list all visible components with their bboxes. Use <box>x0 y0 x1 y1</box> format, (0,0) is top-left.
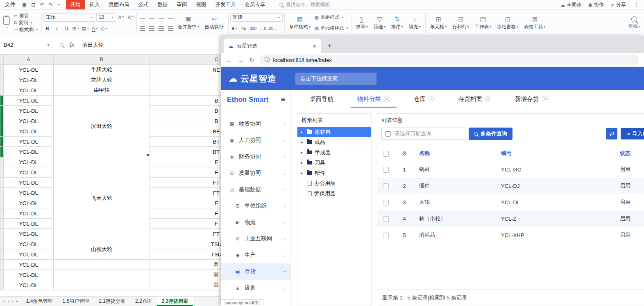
app-tab-1[interactable]: 物料分类× <box>357 90 390 108</box>
justify-button[interactable] <box>167 24 175 32</box>
row-header[interactable] <box>0 249 4 260</box>
align-center-button[interactable] <box>148 24 156 32</box>
row-header[interactable] <box>0 198 4 208</box>
menubar-tab-4[interactable]: 数据 <box>153 0 172 9</box>
expand-arrow-icon[interactable]: ▸ <box>301 160 304 165</box>
sync-status[interactable]: ☁未同步 <box>560 1 581 8</box>
sidebar-item-10[interactable]: ▲设备› <box>221 280 290 296</box>
multi-condition-query-button[interactable]: 多条件查询 <box>469 128 512 140</box>
row-header[interactable] <box>0 96 4 106</box>
comma-style-button[interactable]: 000 <box>249 25 257 33</box>
cell-B18-merged[interactable]: 山拖大轮 <box>54 239 150 260</box>
select-all-checkbox[interactable] <box>383 151 389 157</box>
menubar-tab-8[interactable]: 会员专享 <box>240 0 270 9</box>
row-checkbox[interactable] <box>383 167 389 173</box>
paste-icon[interactable] <box>3 16 10 25</box>
expand-arrow-icon[interactable]: ▸ <box>301 140 304 144</box>
worksheet-button[interactable]: ▤ 工作表▾ <box>472 11 494 34</box>
app-tab-4[interactable]: 新增存货× <box>515 90 548 108</box>
find-button[interactable]: 查找▾ <box>626 11 643 34</box>
fx-icon[interactable]: fx <box>70 41 74 48</box>
reload-icon[interactable]: ↻ <box>249 56 254 64</box>
share-button[interactable]: ⇗分享 <box>610 1 626 8</box>
table-col-2[interactable]: 状态 <box>615 146 644 161</box>
conditional-format-button[interactable]: ▦ 条件格式▾ <box>286 11 313 34</box>
row-header[interactable] <box>0 157 4 167</box>
forward-icon[interactable]: → <box>238 57 244 64</box>
cell-A15[interactable]: YCL-DL <box>4 208 54 219</box>
table-row[interactable]: 4轴（小轮）YCL-Z启用 <box>377 210 644 227</box>
col-header-A[interactable]: A <box>4 55 54 65</box>
expand-arrow-icon[interactable]: ▸ <box>301 130 304 134</box>
quickbar-dropdown-icon[interactable]: ▾ <box>57 3 61 7</box>
rows-cols-button[interactable]: ⊟ 行和列▾ <box>449 11 472 34</box>
header-search-box[interactable]: 点击下拉框搜索 <box>295 73 376 85</box>
row-header[interactable] <box>0 65 4 75</box>
close-icon[interactable]: × <box>542 96 548 102</box>
menubar-tab-7[interactable]: 开发工具 <box>211 0 240 9</box>
decrease-decimal-button[interactable]: .00→ <box>268 25 278 33</box>
row-header[interactable] <box>0 137 4 147</box>
row-header[interactable] <box>0 106 4 116</box>
cell-A9[interactable]: YCL-DL <box>4 147 54 157</box>
tree-item-1[interactable]: ▸成品 <box>297 137 371 147</box>
sidebar-item-2[interactable]: ◈财务协同› <box>221 148 290 165</box>
cell-A8[interactable]: YCL-DL <box>4 137 54 147</box>
app-tab-3[interactable]: 存货档案× <box>458 90 491 108</box>
table-col-1[interactable]: 编号 <box>496 146 615 161</box>
paste-dropdown-icon[interactable]: ▾ <box>6 25 8 29</box>
row-header[interactable] <box>0 147 4 157</box>
command-search-box[interactable]: 查找命令、搜索模板 <box>279 1 365 8</box>
prev-sheet-icon[interactable]: ‹ <box>8 299 9 304</box>
tree-item-6[interactable]: 劳保用品 <box>297 188 371 199</box>
cell-A14[interactable]: YCL-DL <box>4 198 54 208</box>
select-all-button[interactable] <box>0 55 4 65</box>
cell-A2[interactable]: YCL-DL <box>4 75 54 85</box>
redo-icon[interactable]: ↷ <box>47 2 54 8</box>
import-excel-button[interactable]: ⇥ 导入Exce <box>621 128 644 139</box>
grow-font-button[interactable]: A⁺ <box>117 13 125 21</box>
align-middle-button[interactable] <box>148 13 156 21</box>
print-icon[interactable]: ⊟ <box>29 2 37 8</box>
date-filter-input[interactable]: 请选择日期查询 <box>381 128 465 140</box>
cell-A18[interactable]: YCL-DL <box>4 239 54 249</box>
table-row[interactable]: 5消耗品YCL-XHP启用 <box>377 227 644 243</box>
hamburger-icon[interactable]: ≡ <box>281 96 285 104</box>
sheet-tab-4[interactable]: 2.3存货档案 <box>157 297 193 306</box>
formula-search-icon[interactable] <box>60 43 63 47</box>
sheet-tab-1[interactable]: 1.5用户管理 <box>58 297 94 306</box>
format-painter-button[interactable]: ✏格式刷▾ <box>13 26 39 33</box>
close-tab-icon[interactable]: ✕ <box>312 43 317 49</box>
cell-A10[interactable]: YCL-DL <box>4 157 54 167</box>
cell-B4-merged[interactable]: 滨田大轮 <box>54 96 150 157</box>
cell-A13[interactable]: YCL-DL <box>4 188 54 198</box>
cell-A6[interactable]: YCL-DL <box>4 116 54 126</box>
sum-button[interactable]: ∑ 求和▾ <box>353 11 371 34</box>
cell-B20[interactable] <box>54 260 150 270</box>
cells-button[interactable]: ⊞ 单元格▾ <box>427 11 450 34</box>
save-icon[interactable]: ▣ <box>20 2 28 8</box>
cell-A22[interactable]: YCL-DL <box>4 280 54 290</box>
italic-button[interactable]: I <box>53 25 61 33</box>
align-right-button[interactable] <box>157 24 166 32</box>
row-header[interactable] <box>0 188 4 198</box>
close-icon[interactable]: × <box>384 96 390 102</box>
font-color-button[interactable]: A▾ <box>91 25 99 33</box>
row-header[interactable] <box>0 75 4 85</box>
sidebar-item-4[interactable]: ▤基础数据› <box>221 181 290 198</box>
back-icon[interactable]: ← <box>226 57 232 64</box>
cell-A1[interactable]: YCL-DL <box>4 65 54 75</box>
currency-button[interactable]: ¥▾ <box>230 25 238 33</box>
cell-A16[interactable]: YCL-DL <box>4 219 54 229</box>
row-checkbox[interactable] <box>383 183 389 189</box>
cell-A17[interactable]: YCL-DL <box>4 229 54 239</box>
font-size-select[interactable]: 12▾ <box>96 13 116 22</box>
expand-arrow-icon[interactable]: ▸ <box>301 150 304 155</box>
col-header-B[interactable]: B <box>54 55 150 65</box>
cell-A19[interactable]: YCL-DL <box>4 249 54 260</box>
fill-button[interactable]: ↓ 填充▾ <box>406 11 424 34</box>
cell-B3[interactable]: 由甲轮 <box>54 85 150 96</box>
cell-A20[interactable]: YCL-DL <box>4 260 54 270</box>
fill-color-button[interactable]: ▨▾ <box>81 25 89 33</box>
table-row[interactable]: 1钢材YCL-GC启用 <box>377 161 644 178</box>
